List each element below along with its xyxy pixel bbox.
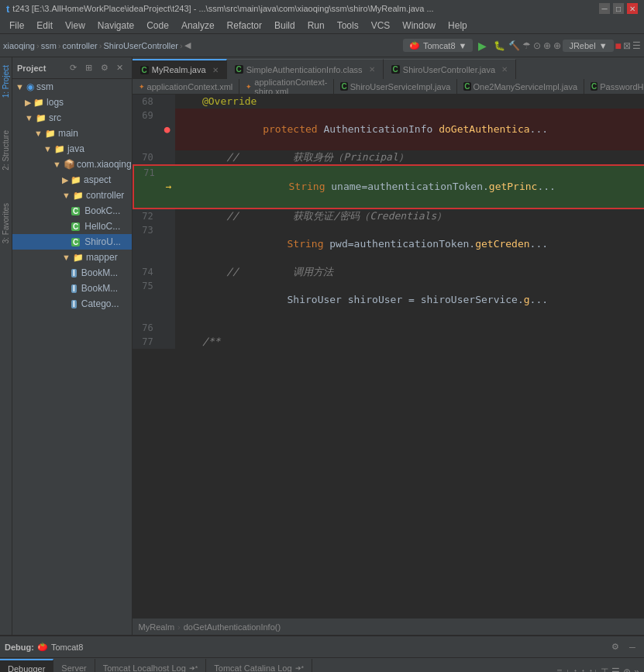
- favorites-panel-label[interactable]: 3: Favorites: [0, 198, 12, 248]
- tree-item-ssm[interactable]: ▼ ◉ ssm: [12, 79, 132, 95]
- project-collapse-btn[interactable]: ⊞: [82, 61, 96, 75]
- tree-item-aspect[interactable]: ▶ 📁 aspect: [12, 172, 132, 188]
- tree-item-label: controller: [86, 190, 124, 201]
- interface-icon: I: [71, 269, 77, 277]
- find-icon[interactable]: ☰: [611, 667, 620, 672]
- editor-tabs: C MyRealm.java ✕ C SimpleAuthenticationI…: [133, 57, 644, 79]
- jrebel-selector[interactable]: JRebel ▼: [563, 40, 613, 52]
- line-code: // 获取凭证/密码（Credentials）: [175, 209, 644, 223]
- debug-label: Debug:: [5, 643, 34, 652]
- debug-tab-server[interactable]: Server: [53, 659, 95, 672]
- project-panel-label[interactable]: 1: Project: [0, 60, 12, 102]
- file-icon: C: [340, 82, 347, 91]
- project-sync-btn[interactable]: ⟳: [67, 61, 81, 75]
- breadcrumb-back-btn[interactable]: ◀: [184, 40, 191, 50]
- stop2-button[interactable]: ⊠: [623, 40, 631, 51]
- tree-item-label: BookC...: [84, 205, 120, 216]
- line-gutter: [160, 279, 175, 321]
- folder-expand-icon: ▼ 📁: [25, 113, 46, 123]
- tree-item-src[interactable]: ▼ 📁 src: [12, 110, 132, 126]
- tab-close-icon[interactable]: ✕: [501, 65, 508, 74]
- tab-simple-auth[interactable]: C SimpleAuthenticationInfo.class ✕: [227, 59, 384, 79]
- filter-icon[interactable]: ⊤: [601, 667, 608, 672]
- stop-button[interactable]: ■: [615, 40, 622, 52]
- console-icon[interactable]: ≡: [556, 667, 562, 672]
- breakpoint-icon[interactable]: ●: [164, 122, 170, 136]
- editor-area: C MyRealm.java ✕ C SimpleAuthenticationI…: [133, 57, 644, 635]
- project-settings-btn[interactable]: ⚙: [98, 61, 112, 75]
- debug-close-btn[interactable]: ─: [625, 640, 639, 654]
- line-gutter-breakpoint[interactable]: ●: [160, 109, 175, 150]
- tree-item-bookm1[interactable]: I BookM...: [12, 265, 132, 281]
- run-button[interactable]: ▶: [474, 38, 490, 53]
- filetab-shiro-svc[interactable]: C ShiroUserServiceImpl.java: [334, 79, 457, 95]
- menu-code[interactable]: Code: [140, 19, 175, 33]
- force-run-icon[interactable]: ⊕: [553, 40, 561, 51]
- line-number: 76: [133, 321, 160, 335]
- menu-build[interactable]: Build: [268, 19, 301, 33]
- menu-analyze[interactable]: Analyze: [175, 19, 221, 33]
- menu-tools[interactable]: Tools: [331, 19, 365, 33]
- settings-icon[interactable]: ↑↓: [588, 667, 598, 672]
- tree-item-catego[interactable]: I Catego...: [12, 296, 132, 312]
- menu-run[interactable]: Run: [301, 19, 331, 33]
- tree-item-java[interactable]: ▼ 📁 java: [12, 141, 132, 157]
- minimize-button[interactable]: ─: [599, 3, 610, 14]
- more-debug-icon[interactable]: ⊕: [623, 667, 631, 672]
- soft-wrap-icon[interactable]: ↕: [580, 667, 585, 672]
- close-button[interactable]: ✕: [627, 3, 638, 14]
- profile-icon[interactable]: ⊙: [533, 40, 541, 51]
- breadcrumb-realm[interactable]: MyRealm: [139, 622, 174, 632]
- filetab-one2many[interactable]: C One2ManyServiceImpl.java: [457, 79, 584, 95]
- filetab-appctx-shiro[interactable]: ✦ applicationContext-shiro.xml: [239, 79, 334, 95]
- menu-view[interactable]: View: [59, 19, 91, 33]
- debug-button[interactable]: 🐛: [491, 38, 507, 53]
- menu-help[interactable]: Help: [442, 19, 474, 33]
- menu-file[interactable]: File: [3, 19, 30, 33]
- tree-item-logs[interactable]: ▶ 📁 logs: [12, 95, 132, 110]
- tab-my-realm[interactable]: C MyRealm.java ✕: [133, 59, 227, 79]
- menu-vcs[interactable]: VCS: [365, 19, 397, 33]
- tree-item-bookm2[interactable]: I BookM...: [12, 281, 132, 296]
- code-editor[interactable]: 68 @Override 69 ● protected Authenticati…: [133, 95, 644, 618]
- scroll-down-icon[interactable]: ↓: [565, 667, 570, 672]
- more-icon[interactable]: ⊕: [543, 40, 551, 51]
- toolbar-extra[interactable]: ☰: [632, 40, 641, 51]
- breadcrumb-method[interactable]: doGetAuthenticationInfo(): [184, 622, 281, 632]
- debug-tab-debugger[interactable]: Debugger: [0, 659, 53, 672]
- menu-bar: File Edit View Navigate Code Analyze Ref…: [0, 17, 644, 34]
- tree-item-shirou[interactable]: C ShiroU...: [12, 234, 132, 250]
- build-icon[interactable]: 🔨: [508, 40, 520, 51]
- tree-item-controller[interactable]: ▼ 📁 controller: [12, 188, 132, 203]
- tab-close-icon[interactable]: ✕: [212, 66, 219, 74]
- code-line-71: 71 → String uname=authenticationToken.ge…: [133, 164, 644, 209]
- coverage-icon[interactable]: ☂: [522, 40, 531, 51]
- tree-item-bookc[interactable]: C BookC...: [12, 203, 132, 219]
- tomcat-selector[interactable]: 🍅 Tomcat8 ▼: [403, 39, 473, 52]
- line-code: /**: [175, 335, 644, 349]
- line-number: 70: [133, 150, 160, 164]
- project-close-btn[interactable]: ✕: [113, 61, 127, 75]
- tree-item-mapper[interactable]: ▼ 📁 mapper: [12, 250, 132, 265]
- breadcrumb-controller: controller: [63, 41, 98, 50]
- tab-shiro-controller[interactable]: C ShiroUserController.java ✕: [384, 59, 516, 79]
- maximize-button[interactable]: □: [613, 3, 624, 14]
- code-line-72: 72 // 获取凭证/密码（Credentials）: [133, 209, 644, 223]
- filetab-appctx[interactable]: ✦ applicationContext.xml: [133, 79, 240, 95]
- menu-window[interactable]: Window: [396, 19, 442, 33]
- tree-item-main[interactable]: ▼ 📁 main: [12, 126, 132, 141]
- debug-tab-catalina[interactable]: Tomcat Catalina Log ➔*: [206, 659, 312, 672]
- tab-close-icon[interactable]: ✕: [369, 65, 375, 74]
- tree-item-helloc[interactable]: C HelloC...: [12, 219, 132, 234]
- menu-refactor[interactable]: Refactor: [221, 19, 268, 33]
- debug-tab-tomcat-log[interactable]: Tomcat Localhost Log ➔*: [95, 659, 207, 672]
- menu-edit[interactable]: Edit: [30, 19, 59, 33]
- menu-navigate[interactable]: Navigate: [91, 19, 140, 33]
- scroll-up-icon[interactable]: ↑: [573, 667, 577, 672]
- structure-panel-label[interactable]: 2: Structure: [0, 126, 12, 175]
- filetab-pwd-helper[interactable]: C PasswordHelper.java: [584, 79, 644, 95]
- window-controls[interactable]: ─ □ ✕: [599, 3, 638, 14]
- double-arrow-icon[interactable]: »: [634, 667, 639, 672]
- debug-settings-btn[interactable]: ⚙: [608, 640, 622, 654]
- tree-item-com-xiaoqing[interactable]: ▼ 📦 com.xiaoqing: [12, 157, 132, 172]
